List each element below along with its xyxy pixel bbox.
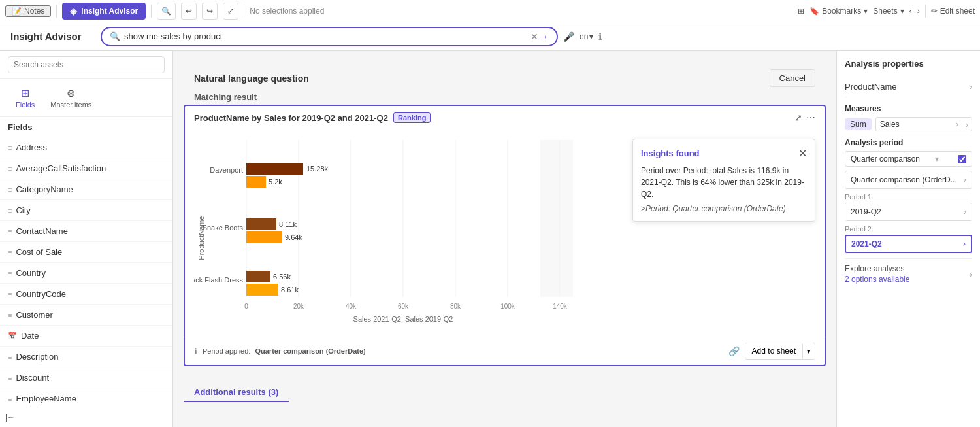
notes-label: Notes — [24, 7, 44, 16]
insights-header: Insights found ✕ — [641, 147, 807, 160]
ranking-badge: Ranking — [393, 112, 431, 123]
insights-text: Period over Period: total Sales is 116.9… — [641, 165, 807, 200]
field-icon: ≡ — [8, 248, 12, 256]
redo-button[interactable]: ↪ — [202, 3, 218, 20]
chart-card: ProductName by Sales for 2019-Q2 and 202… — [184, 105, 826, 366]
undo-button[interactable]: ↩ — [181, 3, 197, 20]
svg-text:9.64k: 9.64k — [285, 233, 302, 241]
sidebar-nav-fields[interactable]: ⊞ Fields — [8, 84, 42, 111]
chart-link-button[interactable]: 🔗 — [728, 346, 740, 356]
svg-text:Davenport: Davenport — [210, 166, 243, 174]
svg-text:15.28k: 15.28k — [306, 165, 329, 173]
explore-row: Explore analyses 2 options available › — [845, 258, 972, 289]
language-selector[interactable]: en ▾ — [580, 32, 593, 41]
search-input[interactable] — [124, 31, 531, 41]
more-options-button[interactable]: ⋯ — [806, 112, 815, 123]
center-content: Natural language question Cancel Matchin… — [173, 51, 836, 427]
add-to-sheet-button[interactable]: Add to sheet — [745, 343, 802, 359]
insight-advisor-button[interactable]: ◈ Insight Advisor — [62, 3, 146, 20]
list-item[interactable]: ≡ CategoryName — [0, 179, 172, 200]
list-item[interactable]: ≡ ContactName — [0, 221, 172, 242]
list-item[interactable]: ≡ Customer — [0, 305, 172, 326]
toolbar-separator3 — [244, 5, 244, 18]
list-item[interactable]: 📅 Date — [0, 326, 172, 347]
sidebar-nav: ⊞ Fields ⊛ Master items — [0, 79, 172, 117]
svg-text:20k: 20k — [293, 303, 304, 310]
sidebar-collapse-icon[interactable]: |← — [5, 413, 15, 422]
sales-select[interactable]: Sales › — [875, 117, 972, 131]
cancel-button[interactable]: Cancel — [770, 69, 815, 87]
list-item[interactable]: ≡ Description — [0, 347, 172, 367]
explore-text-area: Explore analyses 2 options available — [845, 264, 909, 284]
additional-results-tab: Additional results (3) — [184, 377, 826, 402]
insights-subtext: >Period: Quarter comparison (OrderDate) — [641, 204, 807, 213]
date-field-icon: 📅 — [8, 332, 17, 340]
microphone-icon[interactable]: 🎤 — [563, 31, 574, 42]
period1-arrow: › — [964, 207, 966, 216]
svg-text:40k: 40k — [346, 303, 357, 310]
svg-text:Jumpin Jack Flash Dress: Jumpin Jack Flash Dress — [194, 276, 243, 284]
list-item[interactable]: ≡ Discount — [0, 367, 172, 388]
next-sheet-button[interactable]: › — [917, 7, 920, 16]
list-item[interactable]: ≡ CountryCode — [0, 284, 172, 305]
toolbar-separator — [56, 5, 57, 18]
additional-results-tab-item[interactable]: Additional results (3) — [184, 383, 289, 402]
list-item[interactable]: ≡ City — [0, 200, 172, 221]
field-icon: ≡ — [8, 311, 12, 319]
analysis-prop-row[interactable]: ProductName › — [845, 77, 972, 97]
quarter-comparison-label: Quarter comparison — [851, 154, 920, 163]
search-bar: Insight Advisor 🔍 ✕ → 🎤 en ▾ ℹ — [0, 22, 980, 51]
prev-sheet-button[interactable]: ‹ — [909, 7, 912, 16]
explore-arrow-icon[interactable]: › — [970, 269, 972, 279]
svg-text:6.56k: 6.56k — [273, 273, 291, 281]
explore-link[interactable]: 2 options available — [845, 275, 909, 284]
period-option-row[interactable]: Quarter comparison (OrderD... › — [845, 171, 972, 189]
no-selections-label: No selections applied — [250, 7, 792, 16]
add-to-sheet-dropdown[interactable]: ▾ — [802, 344, 815, 359]
insight-icon: ◈ — [70, 6, 77, 16]
bar-chart: ProductName 15.28k 5.2k — [194, 127, 573, 330]
expand-button[interactable]: ⤢ — [794, 112, 802, 123]
nlq-title: Natural language question — [194, 73, 309, 84]
insights-panel: Insights found ✕ Period over Period: tot… — [632, 139, 815, 222]
search-icon-btn[interactable]: 🔍 — [157, 3, 176, 20]
insights-close-button[interactable]: ✕ — [798, 147, 807, 160]
search-submit-button[interactable]: → — [538, 31, 549, 43]
quarter-comparison-checkbox[interactable] — [958, 155, 966, 163]
grid-view-button[interactable]: ⊞ — [798, 7, 804, 16]
bookmarks-button[interactable]: 🔖 Bookmarks ▾ — [809, 7, 868, 16]
info-icon[interactable]: ℹ — [598, 31, 602, 42]
list-item[interactable]: ≡ Cost of Sale — [0, 242, 172, 263]
nav-button[interactable]: ⤢ — [223, 3, 238, 20]
sidebar: ⊞ Fields ⊛ Master items Fields ≡ Address… — [0, 51, 173, 427]
master-items-nav-label: Master items — [50, 101, 91, 109]
list-item[interactable]: ≡ EmployeeName — [0, 388, 172, 407]
period2-value-row[interactable]: 2021-Q2 › — [845, 235, 972, 253]
svg-text:0: 0 — [244, 303, 248, 310]
svg-rect-8 — [246, 163, 303, 175]
sidebar-search-input[interactable] — [8, 56, 165, 73]
search-input-wrapper: 🔍 ✕ → — [101, 27, 558, 46]
period1-value-row[interactable]: 2019-Q2 › — [845, 203, 972, 221]
measures-row: Sum Sales › — [845, 117, 972, 131]
field-icon: ≡ — [8, 207, 12, 214]
sheets-button[interactable]: Sheets ▾ — [873, 7, 904, 16]
list-item[interactable]: ≡ AverageCallSatisfaction — [0, 158, 172, 179]
search-clear-icon[interactable]: ✕ — [531, 31, 538, 42]
quarter-comparison-dropdown[interactable]: Quarter comparison ▾ — [845, 151, 972, 167]
notes-button[interactable]: 📝 Notes — [5, 5, 51, 17]
matching-result-label: Matching result — [184, 87, 826, 105]
chart-title: ProductName by Sales for 2019-Q2 and 202… — [194, 113, 388, 123]
sales-select-wrapper: Sales › — [875, 117, 972, 131]
nlq-header: Natural language question Cancel — [184, 61, 826, 87]
sum-tag: Sum — [845, 118, 872, 130]
sidebar-nav-master-items[interactable]: ⊛ Master items — [42, 84, 99, 111]
list-item[interactable]: ≡ Country — [0, 263, 172, 284]
list-item[interactable]: ≡ Address — [0, 137, 172, 158]
master-items-icon: ⊛ — [67, 87, 75, 99]
svg-text:Snake Boots: Snake Boots — [203, 224, 244, 231]
svg-text:5.2k: 5.2k — [269, 178, 282, 186]
svg-text:Sales 2021-Q2, Sales 2019-Q2: Sales 2021-Q2, Sales 2019-Q2 — [353, 315, 453, 323]
edit-sheet-button[interactable]: ✏ Edit sheet — [931, 7, 975, 16]
language-label: en — [580, 32, 588, 41]
